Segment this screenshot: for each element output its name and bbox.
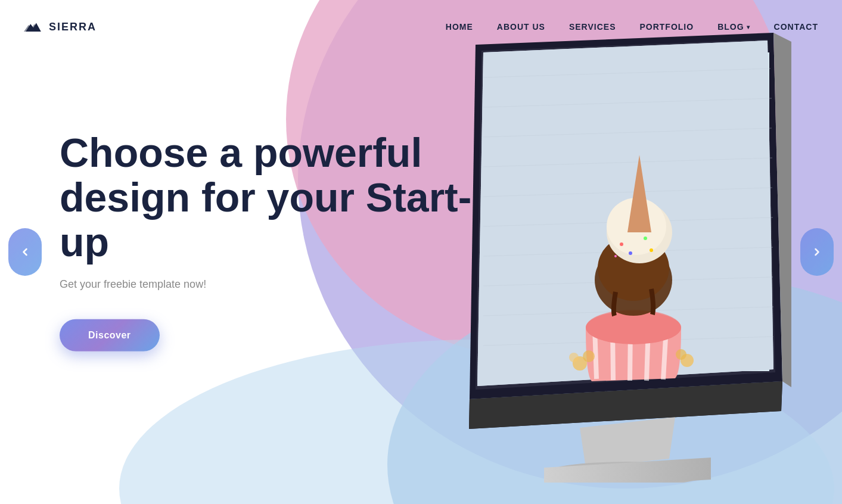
nav-item-home[interactable]: HOME (446, 22, 473, 32)
nav-item-blog[interactable]: BLOG ▾ (717, 22, 750, 32)
nav-item-services[interactable]: SERVICES (569, 22, 616, 32)
header: SIERRA HOME ABOUT US SERVICES PORTFOLIO … (0, 0, 842, 54)
nav-item-contact[interactable]: CONTACT (774, 22, 818, 32)
svg-point-31 (676, 349, 686, 360)
svg-point-28 (583, 350, 595, 362)
monitor-svg:  (461, 30, 794, 483)
logo-icon (24, 18, 43, 35)
hero-subtitle: Get your freebie template now! (60, 278, 507, 291)
hero-title: Choose a powerful design for your Start-… (60, 130, 507, 264)
svg-point-16 (586, 311, 681, 344)
hero-content: Choose a powerful design for your Start-… (60, 130, 507, 351)
svg-point-25 (650, 248, 653, 252)
svg-point-24 (629, 251, 632, 255)
logo[interactable]: SIERRA (24, 18, 97, 35)
carousel-next-button[interactable] (800, 228, 834, 276)
chevron-right-icon (811, 246, 823, 258)
monitor-container:  (461, 30, 794, 485)
svg-point-29 (569, 353, 579, 362)
svg-point-23 (644, 237, 647, 240)
chevron-left-icon (19, 246, 31, 258)
main-nav: HOME ABOUT US SERVICES PORTFOLIO BLOG ▾ … (446, 22, 818, 32)
svg-point-22 (620, 242, 623, 246)
discover-button[interactable]: Discover (60, 319, 160, 351)
svg-point-26 (614, 255, 617, 257)
carousel-prev-button[interactable] (8, 228, 42, 276)
logo-text: SIERRA (49, 21, 97, 33)
nav-item-portfolio[interactable]: PORTFOLIO (639, 22, 694, 32)
blog-dropdown-icon: ▾ (747, 24, 750, 30)
nav-item-about[interactable]: ABOUT US (497, 22, 545, 32)
